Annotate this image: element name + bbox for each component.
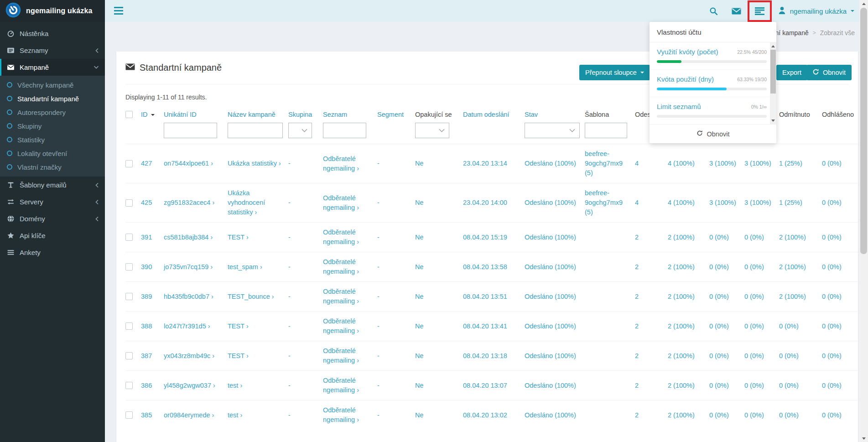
filter-input-template[interactable] (585, 123, 627, 138)
sidebar-subitem-vlastni-znacky[interactable]: Vlastní značky (0, 160, 105, 174)
sidebar-item-seznamy[interactable]: Seznamy (0, 42, 105, 59)
row-checkbox[interactable] (125, 199, 133, 207)
scroll-down-icon[interactable] (770, 117, 776, 124)
column-header-status[interactable]: Stav (525, 107, 585, 122)
sidebar-item-servery[interactable]: Servery (0, 193, 105, 210)
column-header-sent_at[interactable]: Datum odeslání (463, 107, 525, 122)
panel-scrollbar[interactable] (770, 42, 776, 124)
quota-value: 0% 1/∞ (751, 103, 767, 109)
filter-select-status[interactable] (525, 123, 580, 138)
app-logo[interactable]: ngemailing ukázka (0, 0, 105, 22)
cell-unique_id[interactable]: on7544xlpoe61› (164, 144, 228, 183)
cell-id: 427 (141, 144, 164, 183)
cell-name[interactable]: TEST› (228, 341, 288, 371)
page-scrollbar[interactable] (859, 0, 868, 442)
filter-input-name[interactable] (228, 123, 283, 138)
cell-list[interactable]: Odběratelé ngemailing› (323, 400, 377, 430)
cell-name[interactable]: Ukázka vyhodnocení statistiky› (228, 183, 288, 223)
row-checkbox[interactable] (125, 293, 133, 300)
column-header-id[interactable]: ID (141, 107, 164, 122)
cell-list[interactable]: Odběratelé ngemailing› (323, 183, 377, 223)
search-icon[interactable] (709, 7, 718, 16)
panel-scrollbar-thumb[interactable] (770, 50, 776, 94)
cell-repeating: Ne (415, 282, 463, 312)
cell-list[interactable]: Odběratelé ngemailing› (323, 144, 377, 183)
link-chevron-icon: › (357, 386, 359, 394)
cell-unique_id[interactable]: cs581b8ajb384› (164, 223, 228, 252)
column-header-repeating: Opakující se (415, 107, 463, 122)
cell-name[interactable]: Ukázka statistiky› (228, 144, 288, 183)
sidebar-item-ankety[interactable]: Ankety (0, 244, 105, 261)
sidebar-item-nastenka[interactable]: Nástěnka (0, 25, 105, 42)
row-checkbox[interactable] (125, 411, 133, 419)
cell-unique_id[interactable]: yl458g2wgw037› (164, 371, 228, 400)
cell-name[interactable]: TEST› (228, 223, 288, 252)
sidebar-subitem-lokality-otevreni[interactable]: Lokality otevření (0, 146, 105, 160)
sidebar-item-domeny[interactable]: Domény (0, 210, 105, 227)
filter-input-list[interactable] (323, 123, 366, 138)
cell-unique_id[interactable]: jo735vn7cq159› (164, 252, 228, 282)
mail-icon[interactable] (732, 7, 741, 15)
scroll-up-icon[interactable] (770, 42, 776, 50)
sidebar-subitem-standartni-kampane[interactable]: Standartní kampaně (0, 92, 105, 105)
link-chevron-icon: › (240, 411, 242, 419)
sidebar-subitem-autorespondery[interactable]: Autorespondery (0, 105, 105, 119)
cell-group: - (288, 400, 323, 430)
row-checkbox[interactable] (125, 352, 133, 359)
page-scrollbar-thumb[interactable] (860, 8, 867, 254)
row-checkbox[interactable] (125, 234, 133, 241)
export-button[interactable]: Export (776, 65, 807, 80)
cell-name[interactable]: test› (228, 400, 288, 430)
scroll-down-icon[interactable] (859, 435, 868, 442)
sidebar-subitem-statistiky[interactable]: Statistiky (0, 133, 105, 146)
quota-item: Limit seznamů0% 1/∞ (650, 97, 769, 124)
cell-name[interactable]: test› (228, 371, 288, 400)
cell-delivered: 4 (100%) (668, 183, 709, 223)
select-all-checkbox[interactable] (125, 111, 133, 118)
user-menu[interactable]: ngemailing ukázka (778, 6, 854, 16)
row-checkbox[interactable] (125, 160, 133, 167)
cell-list[interactable]: Odběratelé ngemailing› (323, 223, 377, 252)
column-header-group[interactable]: Skupina (288, 107, 323, 122)
hamburger-icon[interactable] (114, 7, 123, 16)
row-checkbox[interactable] (125, 382, 133, 389)
cell-rejected: 2 (100%) (779, 223, 822, 252)
filter-select-repeating[interactable] (415, 123, 449, 138)
cell-template (585, 252, 635, 282)
cell-list[interactable]: Odběratelé ngemailing› (323, 341, 377, 371)
panel-refresh-button[interactable]: Obnovit (650, 124, 776, 143)
breadcrumb-current: Zobrazit vše (820, 29, 855, 36)
cell-list[interactable]: Odběratelé ngemailing› (323, 312, 377, 341)
cell-list[interactable]: Odběratelé ngemailing› (323, 252, 377, 282)
filter-select-group[interactable] (288, 123, 312, 138)
filter-input-unique_id[interactable] (164, 123, 217, 138)
column-header-segment[interactable]: Segment (377, 107, 415, 122)
quota-label: Kvóta použití (dny) (657, 75, 714, 83)
cell-unique_id[interactable]: hb435fb9c0db7› (164, 282, 228, 312)
refresh-button[interactable]: Obnovit (806, 65, 852, 80)
column-header-unique_id[interactable]: Unikátní ID (164, 107, 228, 122)
user-name: ngemailing ukázka (790, 7, 847, 15)
row-checkbox[interactable] (125, 322, 133, 330)
cell-name[interactable]: TEST_bounce› (228, 282, 288, 312)
sidebar-subitem-vsechny-kampane[interactable]: Všechny kampaně (0, 78, 105, 92)
cell-name[interactable]: test_spam› (228, 252, 288, 282)
sidebar-item-sablony-emailu[interactable]: Šablony emailů (0, 177, 105, 193)
cell-unique_id[interactable]: zg951832acec4› (164, 183, 228, 223)
cell-sent: 2 (635, 223, 668, 252)
column-header-list[interactable]: Seznam (323, 107, 377, 122)
cell-list[interactable]: Odběratelé ngemailing› (323, 371, 377, 400)
sidebar-item-api-klice[interactable]: Api klíče (0, 227, 105, 244)
cell-rejected: 1 (25%) (779, 144, 822, 183)
cell-list[interactable]: Odběratelé ngemailing› (323, 282, 377, 312)
sidebar-subitem-skupiny[interactable]: Skupiny (0, 119, 105, 133)
cell-unique_id[interactable]: lo247t7r391d5› (164, 312, 228, 341)
cell-unique_id[interactable]: or0984erymede› (164, 400, 228, 430)
toggle-columns-button[interactable]: Přepnout sloupce (579, 65, 650, 80)
row-checkbox[interactable] (125, 263, 133, 270)
cell-unique_id[interactable]: yx043rz8mb49c› (164, 341, 228, 371)
column-header-name[interactable]: Název kampaně (228, 107, 288, 122)
scroll-up-icon[interactable] (859, 0, 868, 7)
cell-name[interactable]: TEST› (228, 312, 288, 341)
sidebar-item-kampane[interactable]: Kampaně (0, 59, 105, 76)
